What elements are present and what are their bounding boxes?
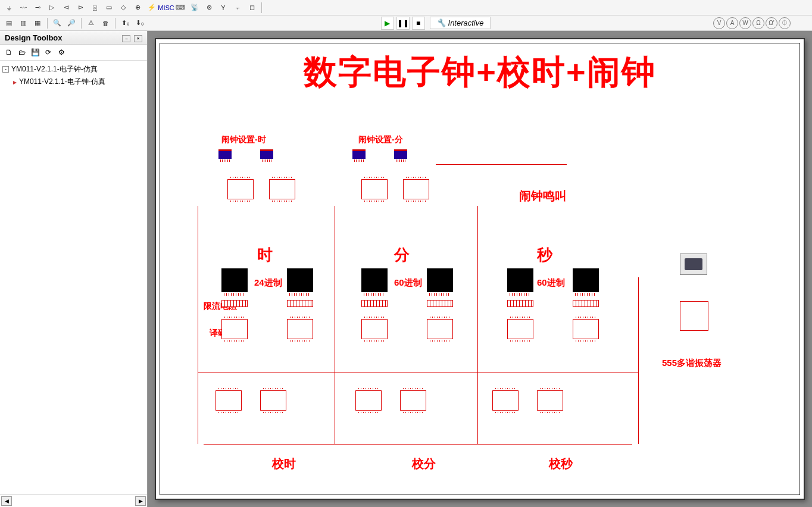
display-min-ones[interactable] [427,268,453,292]
rpack-h2[interactable] [287,300,313,307]
comp-opamp-icon[interactable]: ⊳ [74,1,87,14]
rpack-h1[interactable] [221,300,248,307]
chip-alarm-hr1[interactable] [227,179,254,199]
comp-mcu-icon[interactable]: ◻ [245,1,258,14]
scroll-right-icon[interactable]: ▶ [135,496,146,506]
comp-peripheral-icon[interactable]: ⌨ [174,1,187,14]
probe-ohm1-icon[interactable]: Ω [752,17,764,29]
label-adj-hour: 校时 [272,456,296,472]
tree-child[interactable]: ▸ YM011-V2.1.1-电子钟-仿真 [13,76,145,88]
sheet-icon: ▸ [13,78,17,86]
sheet-icon[interactable]: ▥ [17,17,30,30]
label-24: 24进制 [254,277,282,289]
comp-rf-icon[interactable]: 📡 [188,1,201,14]
probe-db-icon[interactable]: ⏀ [779,17,791,29]
comp-misc-icon[interactable]: MISC [160,1,173,14]
tree-root[interactable]: - YM011-V2.1.1-电子钟-仿真 [2,63,145,76]
config-icon[interactable]: ⚙ [56,47,67,58]
close-panel-icon[interactable]: × [134,35,142,42]
comp-diode-icon[interactable]: ▷ [45,1,58,14]
decoder-s2[interactable] [573,319,599,339]
hier-down-icon[interactable]: ⬇₀ [133,17,146,30]
display-sec-tens[interactable] [507,268,533,292]
decoder-h1[interactable] [221,319,248,339]
comp-indicator-icon[interactable]: ⊕ [131,1,144,14]
design-toolbox-title-bar: Design Toolbox – × [0,31,147,45]
decoder-m1[interactable] [361,319,388,339]
comp-ni-icon[interactable]: Y [217,1,230,14]
comp-res-icon[interactable]: ⊸ [31,1,44,14]
probe-w-icon[interactable]: W [739,17,751,29]
hierarchy-icon[interactable]: ▤ [2,17,15,30]
comp-electro-icon[interactable]: ⊗ [202,1,216,14]
save-icon[interactable]: 💾 [30,47,40,58]
collapse-icon[interactable]: - [2,66,9,73]
comp-source-icon[interactable]: ⏚ [2,1,15,14]
dip-switch-min-hi[interactable] [352,149,366,159]
rpack-s2[interactable] [573,300,599,307]
rpack-s1[interactable] [507,300,533,307]
comp-gate-icon[interactable]: ⌻ [88,1,101,14]
chip-alarm-hr2[interactable] [269,179,295,199]
probe-ohm2-icon[interactable]: Ω' [766,17,777,29]
label-alarm-set-hour: 闹钟设置-时 [221,134,266,145]
label-hour: 时 [257,245,273,265]
open-icon[interactable]: 🗁 [17,47,27,58]
refresh-icon[interactable]: ⟳ [43,47,54,58]
scroll-left-icon[interactable]: ◀ [1,496,12,506]
oscilloscope[interactable] [680,254,707,275]
label-minute: 分 [394,245,410,265]
schematic-canvas[interactable]: 数字电子钟+校时+闹钟 闹钟设置-时 闹钟设置-分 闹钟鸣叫 时 [148,31,812,507]
dip-switch-min-lo[interactable] [394,149,407,159]
erc-icon[interactable]: ⚠ [85,17,98,30]
toolbar-main: ▤ ▥ ▦ 🔍 🔎 ⚠ 🗑 ⬆₀ ⬇₀ ▶ ❚❚ ■ 🔧 Interactive… [0,15,812,31]
schematic-title: 数字电子钟+校时+闹钟 [156,50,804,95]
search-icon[interactable]: 🔍 [51,17,64,30]
display-min-tens[interactable] [361,268,388,292]
delete-icon[interactable]: 🗑 [99,17,112,30]
pin-icon[interactable]: – [122,35,130,42]
interactive-mode-dropdown[interactable]: 🔧 Interactive [430,17,491,29]
counter-h1[interactable] [216,390,242,411]
pause-button[interactable]: ❚❚ [396,17,410,30]
decoder-m2[interactable] [427,319,453,339]
display-hour-tens[interactable] [221,268,248,292]
counter-h2[interactable] [260,390,286,411]
dip-switch-hour-hi[interactable] [218,149,232,159]
label-adj-minute: 校分 [412,456,436,472]
decoder-s1[interactable] [507,319,533,339]
probe-a-icon[interactable]: A [726,17,738,29]
comp-chip-icon[interactable]: ▭ [102,1,115,14]
chip-alarm-mn1[interactable] [361,179,388,199]
design-toolbox-title: Design Toolbox [5,33,63,42]
probe-v-icon[interactable]: V [713,17,725,29]
comp-power-icon[interactable]: ⚡ [145,1,158,14]
hier-up-icon[interactable]: ⬆₀ [118,17,132,30]
counter-s1[interactable] [492,390,519,411]
decoder-h2[interactable] [287,319,313,339]
comp-wave-icon[interactable]: 〰 [17,1,30,14]
timer-555[interactable] [680,301,708,331]
display-hour-ones[interactable] [287,268,313,292]
rpack-m1[interactable] [361,300,388,307]
dip-switch-hour-lo[interactable] [260,149,273,159]
chip-alarm-mn2[interactable] [403,179,429,199]
counter-s2[interactable] [537,390,563,411]
counter-m1[interactable] [355,390,382,411]
stop-button[interactable]: ■ [412,17,425,30]
db-icon[interactable]: ▦ [31,17,44,30]
counter-m2[interactable] [400,390,426,411]
toolbar-components: ⏚ 〰 ⊸ ▷ ⊲ ⊳ ⌻ ▭ ◇ ⊕ ⚡ MISC ⌨ 📡 ⊗ Y ⫟ ◻ [0,0,812,15]
run-button[interactable]: ▶ [381,17,394,30]
interactive-label-text: Interactive [448,18,484,27]
new-icon[interactable]: 🗋 [4,47,14,58]
comp-connector-icon[interactable]: ⫟ [231,1,244,14]
replace-icon[interactable]: 🔎 [65,17,78,30]
separator [261,2,262,13]
comp-mixed-icon[interactable]: ◇ [117,1,130,14]
rpack-m2[interactable] [427,300,453,307]
comp-transistor-icon[interactable]: ⊲ [60,1,73,14]
design-tree: - YM011-V2.1.1-电子钟-仿真 ▸ YM011-V2.1.1-电子钟… [0,61,147,495]
tree-child-label: YM011-V2.1.1-电子钟-仿真 [19,77,105,87]
display-sec-ones[interactable] [573,268,599,292]
